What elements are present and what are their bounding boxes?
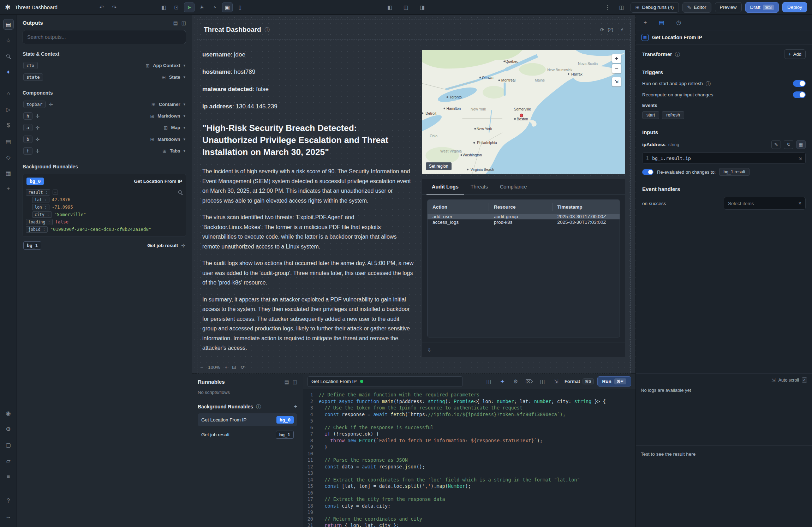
output-row-state[interactable]: state⊞State▾ xyxy=(23,71,186,83)
outputs-search[interactable] xyxy=(23,30,186,44)
desktop-view-icon[interactable]: ▣ xyxy=(222,2,233,12)
table-header-cell[interactable]: Resource xyxy=(489,203,553,211)
resources-icon[interactable]: ▤ xyxy=(3,136,14,146)
map-zoom-out-button[interactable]: − xyxy=(612,64,621,73)
toggle-panel-icon[interactable]: ◧ xyxy=(159,2,169,12)
debug-runs-button[interactable]: ⊞ Debug runs (4) xyxy=(631,2,679,13)
map-marker[interactable] xyxy=(520,114,523,117)
editor-tab[interactable]: Get Location From IP xyxy=(308,376,463,387)
output-row-f[interactable]: f✛⊞Tabs▾ xyxy=(23,145,186,157)
menu-icon[interactable]: ≡ xyxy=(3,471,14,482)
redo-button[interactable]: ↷ xyxy=(109,2,120,12)
event-badge-refresh[interactable]: refresh xyxy=(662,111,684,119)
editor-button[interactable]: ✎ Editor xyxy=(682,2,711,13)
outputs-layout-icon[interactable]: ▤ xyxy=(173,20,178,25)
search-icon[interactable] xyxy=(178,190,183,195)
map-component[interactable]: QuébecNew BrunswickNova ScotiaHalifaxMon… xyxy=(422,50,625,174)
workspace-icon[interactable]: ▢ xyxy=(3,439,14,450)
tab-compliance[interactable]: Compliance xyxy=(495,179,532,194)
pointer-mode-icon[interactable]: ➤ xyxy=(184,2,195,12)
component-settings-icon[interactable]: ▤ xyxy=(659,19,664,26)
tree-row-loading[interactable]: loading false xyxy=(26,218,183,226)
collapse-toggle[interactable]: − xyxy=(53,190,58,195)
add-icon[interactable]: + xyxy=(3,184,14,194)
bg0-badge[interactable]: bg_0 xyxy=(26,178,44,185)
runnables-layout-icon[interactable]: ▤ xyxy=(285,379,289,384)
output-row-a[interactable]: a✛⊞Map▾ xyxy=(23,122,186,133)
bg1-row[interactable]: bg_1 Get job result ✛ xyxy=(23,240,186,251)
run-on-start-toggle[interactable] xyxy=(793,80,806,87)
output-row-h[interactable]: h✛⊞Markdown▾ xyxy=(23,110,186,122)
outputs-collapse-icon[interactable]: ◫ xyxy=(181,20,186,25)
tree-row-city[interactable]: city "Somerville" xyxy=(26,211,183,218)
library-icon[interactable]: ◫ xyxy=(538,377,548,386)
run-button[interactable]: Run ⌘↵ xyxy=(597,376,631,387)
outputs-search-input[interactable] xyxy=(27,34,181,40)
split-view-icon[interactable]: ◫ xyxy=(401,2,411,12)
docs-icon[interactable]: ◫ xyxy=(616,2,627,12)
table-header-cell[interactable]: Timestamp xyxy=(553,203,620,211)
favorites-icon[interactable]: ☆ xyxy=(3,35,14,46)
expand-expression-icon[interactable]: ⇲ xyxy=(799,156,802,161)
format-button[interactable]: Format ⌘S xyxy=(565,378,594,384)
logout-icon[interactable]: → xyxy=(3,511,14,522)
delete-script-icon[interactable]: ⌦ xyxy=(524,377,534,386)
add-transformer-button[interactable]: +Add xyxy=(784,49,806,59)
clear-select-icon[interactable]: × xyxy=(799,200,801,206)
download-icon[interactable]: ⇩ xyxy=(427,347,431,352)
auto-scroll-checkbox[interactable]: ✓ xyxy=(802,377,807,383)
map-zoom-in-button[interactable]: + xyxy=(612,54,621,63)
undo-button[interactable]: ↶ xyxy=(96,2,107,12)
collapse-left-panel-icon[interactable]: ◧ xyxy=(384,2,395,12)
preview-button[interactable]: Preview xyxy=(715,2,742,12)
runnables-collapse-icon[interactable]: ◫ xyxy=(293,379,297,384)
on-success-select[interactable]: Select items × xyxy=(724,197,806,210)
expand-editor-icon[interactable]: ⇲ xyxy=(551,377,561,386)
zoom-in-button[interactable]: + xyxy=(225,365,227,370)
style-tag-icon[interactable]: ◷ xyxy=(676,19,681,26)
variables-icon[interactable]: $ xyxy=(3,120,14,131)
output-row-b[interactable]: b✛⊞Markdown▾ xyxy=(23,133,186,145)
connect-input-icon[interactable]: ↯ xyxy=(784,140,793,149)
mobile-view-icon[interactable]: ▯ xyxy=(235,2,245,12)
user-icon[interactable]: ◉ xyxy=(3,408,14,418)
recompute-toggle[interactable] xyxy=(793,91,806,98)
runs-nav-icon[interactable]: ▷ xyxy=(3,104,14,115)
expand-logs-icon[interactable]: ⇲ xyxy=(771,378,776,383)
schedules-icon[interactable]: ◇ xyxy=(3,152,14,162)
fit-canvas-icon[interactable]: ⊡ xyxy=(232,364,236,370)
event-badge-start[interactable]: start xyxy=(642,111,659,119)
table-row[interactable]: access_logsprod-k8s2025-03-30T17:03:00Z xyxy=(428,220,620,225)
reeval-dependency-badge[interactable]: bg_1.result xyxy=(719,168,750,176)
app-canvas[interactable]: Threat Dashboard ⓘ ⟳ (2) ⚡ username: jdo… xyxy=(192,15,635,373)
add-runnable-button[interactable]: + xyxy=(294,403,297,410)
ai-assist-icon[interactable]: ✦ xyxy=(497,377,507,386)
draft-button[interactable]: Draft ⌘S xyxy=(745,2,779,13)
table-header-cell[interactable]: Action xyxy=(428,203,489,211)
settings-icon[interactable]: ⚙ xyxy=(3,424,14,434)
input-expression-editor[interactable]: 1 bg_1.result.ip ⇲ xyxy=(642,152,806,164)
runnable-item[interactable]: Get job resultbg_1 xyxy=(198,428,297,441)
tab-threats[interactable]: Threats xyxy=(465,179,493,194)
tree-row-lat[interactable]: lat 42.3876 xyxy=(26,196,183,203)
reeval-toggle[interactable] xyxy=(642,169,653,175)
markdown-component[interactable]: username: jdoehostname: host789malware d… xyxy=(202,45,414,373)
output-row-ctx[interactable]: ctx⊞App Context▾ xyxy=(23,60,186,71)
table-row[interactable]: add_useraudit-group2025-03-30T17:00:00Z xyxy=(428,214,620,220)
edit-input-icon[interactable]: ✎ xyxy=(771,140,781,149)
output-row-topbar[interactable]: topbar✛⊞Container▾ xyxy=(23,98,186,110)
tree-row-result[interactable]: result − xyxy=(26,188,183,196)
bg0-row[interactable]: bg_0 Get Location From IP xyxy=(26,175,183,187)
tree-row-lon[interactable]: lon -71.0995 xyxy=(26,203,183,211)
recompute-bolt-icon[interactable]: ⚡ xyxy=(620,27,624,32)
theme-toggle-icon[interactable]: ☀ xyxy=(197,2,207,12)
editor-settings-icon[interactable]: ⚙ xyxy=(511,377,521,386)
help-icon[interactable]: ? xyxy=(3,496,14,506)
history-icon[interactable]: ◔ xyxy=(209,2,220,12)
runnable-item[interactable]: Get Location From IPbg_0 xyxy=(198,413,297,426)
map[interactable]: QuébecNew BrunswickNova ScotiaHalifaxMon… xyxy=(422,50,625,174)
more-menu-icon[interactable]: ⋮ xyxy=(602,2,613,12)
insert-component-icon[interactable]: + xyxy=(644,19,647,26)
folders-icon[interactable]: ▱ xyxy=(3,455,14,466)
code-area[interactable]: 1// Define the main function with the re… xyxy=(303,389,635,527)
